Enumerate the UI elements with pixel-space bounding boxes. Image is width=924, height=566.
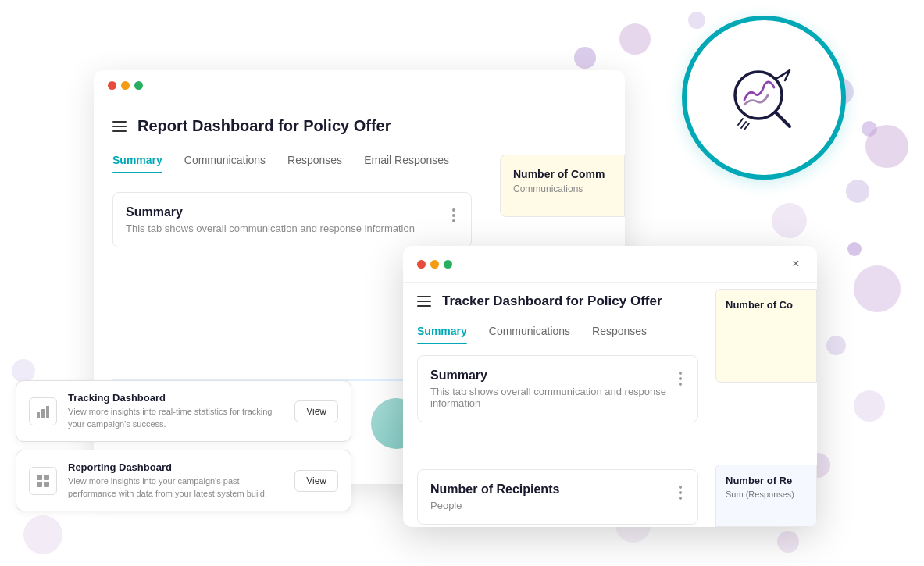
tracking-card-title: Tracking Dashboard: [68, 392, 284, 404]
front-tab-responses[interactable]: Responses: [592, 319, 647, 344]
front-recipients-text: Number of Recipients People: [430, 482, 559, 511]
svg-line-10: [741, 122, 746, 128]
summary-section-card: Summary This tab shows overall communica…: [112, 192, 472, 247]
front-summary-card: Summary This tab shows overall communica…: [417, 355, 698, 422]
tracking-icon: [29, 397, 57, 425]
svg-line-9: [738, 119, 743, 125]
front-hamburger-icon[interactable]: [417, 296, 431, 307]
bottom-cards-container: Tracking Dashboard View more insights in…: [16, 380, 351, 519]
tab-communications[interactable]: Communications: [184, 148, 266, 173]
front-summary-menu[interactable]: [676, 368, 685, 389]
svg-rect-1: [41, 409, 45, 418]
front-dots: [417, 260, 452, 269]
front-summary-text: Summary This tab shows overall communica…: [430, 368, 676, 409]
comm-partial-back: Number of Comm Communications: [500, 155, 625, 217]
close-button[interactable]: ×: [789, 257, 803, 271]
front-recipients-menu[interactable]: [676, 482, 685, 503]
front-minimize-dot[interactable]: [430, 260, 439, 269]
front-recipients-category: People: [430, 500, 559, 511]
window-maximize-dot[interactable]: [134, 81, 143, 90]
teal-icon-circle: [682, 16, 846, 180]
front-recipients-right-subtitle: Sum (Responses): [726, 489, 807, 499]
svg-rect-3: [37, 475, 42, 480]
svg-rect-2: [46, 406, 49, 418]
summary-card-text: Summary This tab shows overall communica…: [126, 205, 415, 234]
front-tab-summary[interactable]: Summary: [417, 319, 467, 344]
card-title: Report Dashboard for Policy Offer: [137, 117, 391, 135]
front-tab-communications[interactable]: Communications: [489, 319, 570, 344]
svg-rect-0: [37, 412, 40, 418]
titlebar: [94, 70, 625, 101]
tracker-dashboard-card: × Tracker Dashboard for Policy Offer Sum…: [403, 246, 817, 527]
front-card-title: Tracker Dashboard for Policy Offer: [442, 294, 662, 309]
front-summary-title: Summary: [430, 368, 676, 383]
front-close-dot[interactable]: [417, 260, 426, 269]
front-comm-partial: Number of Co: [715, 289, 817, 383]
summary-card-desc: This tab shows overall communication and…: [126, 222, 415, 234]
tracking-dashboard-card: Tracking Dashboard View more insights in…: [16, 380, 351, 442]
card-header: Report Dashboard for Policy Offer: [112, 117, 606, 135]
tracking-card-desc: View more insights into real-time statis…: [68, 406, 284, 430]
comm-partial-category: Communications: [513, 183, 612, 194]
svg-rect-6: [44, 482, 49, 487]
summary-more-menu[interactable]: [449, 205, 458, 226]
svg-line-8: [776, 112, 790, 126]
summary-card-title: Summary: [126, 205, 415, 219]
front-recipients-right-partial: Number of Re Sum (Responses): [715, 465, 817, 527]
tab-responses[interactable]: Responses: [287, 148, 342, 173]
reporting-card-text: Reporting Dashboard View more insights i…: [68, 461, 284, 500]
front-titlebar: ×: [403, 246, 817, 283]
front-recipients-card: Number of Recipients People: [417, 469, 698, 525]
front-summary-desc: This tab shows overall communication and…: [430, 386, 676, 409]
front-comm-partial-title: Number of Co: [726, 299, 807, 311]
comm-partial-title: Number of Comm: [513, 168, 612, 180]
svg-rect-4: [44, 475, 49, 480]
grid-icon: [36, 474, 50, 488]
scene: Report Dashboard for Policy Offer Summar…: [0, 0, 924, 566]
front-maximize-dot[interactable]: [444, 260, 452, 269]
reporting-card-title: Reporting Dashboard: [68, 461, 284, 473]
front-recipients-right-title: Number of Re: [726, 475, 807, 486]
window-minimize-dot[interactable]: [121, 81, 130, 90]
reporting-icon: [29, 467, 57, 495]
tab-summary[interactable]: Summary: [112, 148, 162, 173]
bar-chart-icon: [36, 404, 50, 418]
svg-rect-5: [37, 482, 42, 487]
reporting-dashboard-card: Reporting Dashboard View more insights i…: [16, 450, 351, 511]
reporting-card-desc: View more insights into your campaign's …: [68, 475, 284, 500]
tracking-card-text: Tracking Dashboard View more insights in…: [68, 392, 284, 430]
window-close-dot[interactable]: [108, 81, 116, 90]
svg-line-11: [744, 123, 749, 130]
reporting-view-button[interactable]: View: [294, 470, 338, 492]
tab-email-responses[interactable]: Email Responses: [364, 148, 449, 173]
tracking-view-button[interactable]: View: [294, 400, 338, 422]
analytics-icon: [721, 55, 807, 141]
front-recipients-title: Number of Recipients: [430, 482, 559, 497]
hamburger-menu-icon[interactable]: [112, 121, 127, 132]
